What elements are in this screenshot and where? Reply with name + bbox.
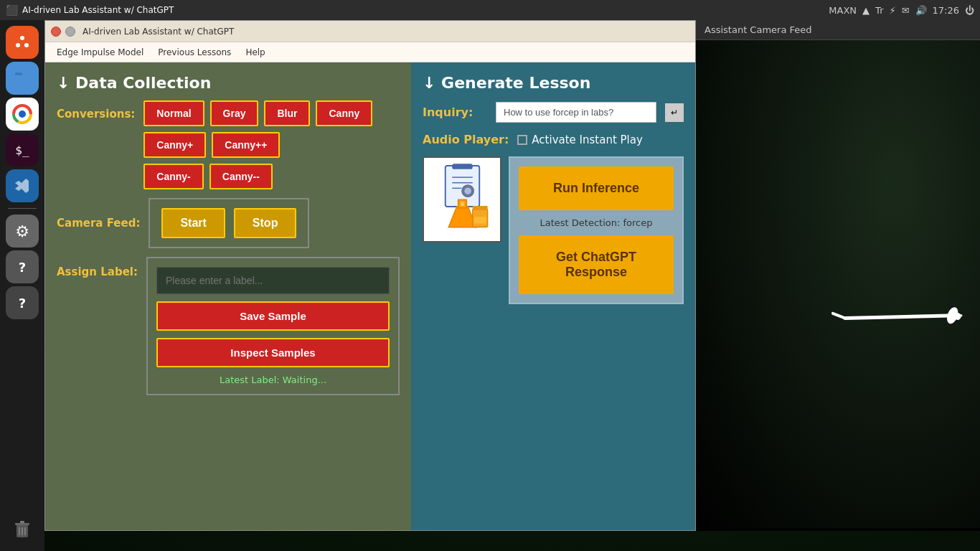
dock-separator xyxy=(8,208,37,209)
inference-panel: Run Inference Latest Detection: forcep G… xyxy=(509,156,684,304)
inquiry-label: Inquiry: xyxy=(423,105,487,119)
conversion-buttons: Normal Gray Blur Canny Canny+ Canny++ Ca… xyxy=(143,100,372,189)
window-min-btn[interactable] xyxy=(65,27,75,37)
instant-play-label: Activate Instant Play xyxy=(532,133,643,146)
power-icon: ⏻ xyxy=(965,5,974,16)
dock-files[interactable] xyxy=(6,62,39,95)
clock: 17:26 xyxy=(933,5,959,16)
conversions-label: Conversions: xyxy=(57,108,135,121)
dock-settings[interactable]: ⚙ xyxy=(6,215,39,248)
svg-point-7 xyxy=(19,110,26,118)
audio-checkbox-area: Activate Instant Play xyxy=(517,133,643,146)
assign-label: Assign Label: xyxy=(57,265,138,278)
conv-btn-blur[interactable]: Blur xyxy=(264,100,310,126)
taskbar-right: MAXN ▲ Tr ⚡ ✉ 🔊 17:26 ⏻ xyxy=(829,5,974,16)
window-titlebar: AI-driven Lab Assistant w/ ChatGPT xyxy=(45,21,695,42)
window-title: AI-driven Lab Assistant w/ ChatGPT xyxy=(83,27,234,37)
data-collection-title: ↓ Data Collection xyxy=(57,74,400,92)
svg-rect-15 xyxy=(452,164,473,169)
menu-help[interactable]: Help xyxy=(240,45,270,60)
svg-rect-26 xyxy=(472,206,487,210)
camera-section: Camera Feed: Start Stop xyxy=(57,198,400,248)
menubar: Edge Impulse Model Previous Lessons Help xyxy=(45,42,695,62)
camera-stop-btn[interactable]: Stop xyxy=(234,208,297,238)
camera-buttons-box: Start Stop xyxy=(149,198,309,248)
assistant-content xyxy=(696,40,980,528)
main-window: AI-driven Lab Assistant w/ ChatGPT Edge … xyxy=(44,20,696,531)
audio-row: Audio Player: Activate Instant Play xyxy=(423,133,684,146)
conv-btn-gray[interactable]: Gray xyxy=(210,100,259,126)
conv-btn-canny-minusminus[interactable]: Canny-- xyxy=(209,164,273,189)
latest-label-text: Latest Label: Waiting... xyxy=(156,375,390,385)
label-input[interactable] xyxy=(156,267,390,294)
conv-btn-canny-plusplus[interactable]: Canny++ xyxy=(212,132,280,158)
menu-edge-impulse[interactable]: Edge Impulse Model xyxy=(51,45,149,60)
wifi-icon: ▲ xyxy=(862,5,870,16)
window-close-btn[interactable] xyxy=(51,27,61,37)
conv-row-3: Canny- Canny-- xyxy=(143,164,372,189)
forcep-svg xyxy=(795,241,980,385)
svg-rect-10 xyxy=(20,521,24,523)
conv-btn-normal[interactable]: Normal xyxy=(143,100,204,126)
data-collection-title-text: ↓ Data Collection xyxy=(57,74,211,92)
conv-row-1: Normal Gray Blur Canny xyxy=(143,100,372,126)
dock-help2[interactable]: ? xyxy=(6,286,39,319)
svg-point-1 xyxy=(20,36,24,40)
conv-btn-canny-minus[interactable]: Canny- xyxy=(143,164,203,189)
assistant-header: Assistant Camera Feed xyxy=(696,20,980,40)
inquiry-enter-btn[interactable]: ↵ xyxy=(665,103,684,122)
volume-icon: 🔊 xyxy=(915,5,927,16)
maxn-label: MAXN xyxy=(829,5,857,16)
svg-marker-23 xyxy=(448,207,476,227)
inspect-samples-btn[interactable]: Inspect Samples xyxy=(156,338,390,367)
generate-lesson-title-text: ↓ Generate Lesson xyxy=(423,74,590,92)
inquiry-row: Inquiry: ↵ xyxy=(423,102,684,123)
camera-start-btn[interactable]: Start xyxy=(161,208,225,238)
middle-area: Run Inference Latest Detection: forcep G… xyxy=(423,156,684,519)
svg-line-30 xyxy=(833,309,845,322)
camera-feed-label: Camera Feed: xyxy=(57,217,140,230)
assign-box: Save Sample Inspect Samples Latest Label… xyxy=(146,257,400,395)
dock-chromium[interactable] xyxy=(6,98,39,131)
audio-label: Audio Player: xyxy=(423,133,509,146)
save-sample-btn[interactable]: Save Sample xyxy=(156,301,390,331)
dock-terminal[interactable]: $_ xyxy=(6,133,39,166)
chatgpt-response-btn[interactable]: Get ChatGPT Response xyxy=(519,235,674,294)
taskbar-top: ⬛ AI-driven Lab Assistant w/ ChatGPT MAX… xyxy=(0,0,980,20)
taskbar-left: ⬛ AI-driven Lab Assistant w/ ChatGPT xyxy=(6,4,174,16)
svg-point-3 xyxy=(16,43,20,47)
svg-line-28 xyxy=(845,269,948,365)
content-area: ↓ Data Collection Conversions: Normal Gr… xyxy=(45,62,695,530)
mail-icon: ✉ xyxy=(902,5,910,16)
nvidia-icon: ⬛ xyxy=(6,4,18,16)
right-panel: ↓ Generate Lesson Inquiry: ↵ Audio Playe… xyxy=(411,62,695,530)
lab-icon-svg xyxy=(428,162,496,237)
dock-vscode[interactable] xyxy=(6,169,39,202)
svg-rect-24 xyxy=(461,202,463,206)
conversions-section: Conversions: Normal Gray Blur Canny Cann… xyxy=(57,100,400,189)
conv-row-2: Canny+ Canny++ xyxy=(143,132,372,158)
dock-help1[interactable]: ? xyxy=(6,250,39,283)
bluetooth-icon: ⚡ xyxy=(889,5,895,16)
svg-point-2 xyxy=(24,43,29,47)
inquiry-input[interactable] xyxy=(496,102,656,123)
dock-ubuntu[interactable] xyxy=(6,26,39,59)
svg-rect-9 xyxy=(15,523,29,525)
run-inference-btn[interactable]: Run Inference xyxy=(519,166,674,210)
conv-btn-canny-plus[interactable]: Canny+ xyxy=(143,132,206,158)
svg-rect-5 xyxy=(15,72,22,75)
left-panel: ↓ Data Collection Conversions: Normal Gr… xyxy=(45,62,411,530)
dock-trash[interactable] xyxy=(6,512,39,545)
tr-icon: Tr xyxy=(875,5,883,16)
taskbar-app-title: AI-driven Lab Assistant w/ ChatGPT xyxy=(22,5,174,15)
assistant-panel: Assistant Camera Feed xyxy=(696,20,980,531)
lab-image xyxy=(423,156,501,242)
svg-point-20 xyxy=(464,187,471,194)
dock: $_ ⚙ ? ? xyxy=(0,20,44,551)
svg-rect-4 xyxy=(15,74,29,85)
assign-section: Assign Label: Save Sample Inspect Sample… xyxy=(57,257,400,519)
instant-play-checkbox[interactable] xyxy=(517,135,527,145)
menu-previous-lessons[interactable]: Previous Lessons xyxy=(152,45,237,60)
conv-btn-canny[interactable]: Canny xyxy=(316,100,372,126)
latest-detection-text: Latest Detection: forcep xyxy=(519,217,674,228)
